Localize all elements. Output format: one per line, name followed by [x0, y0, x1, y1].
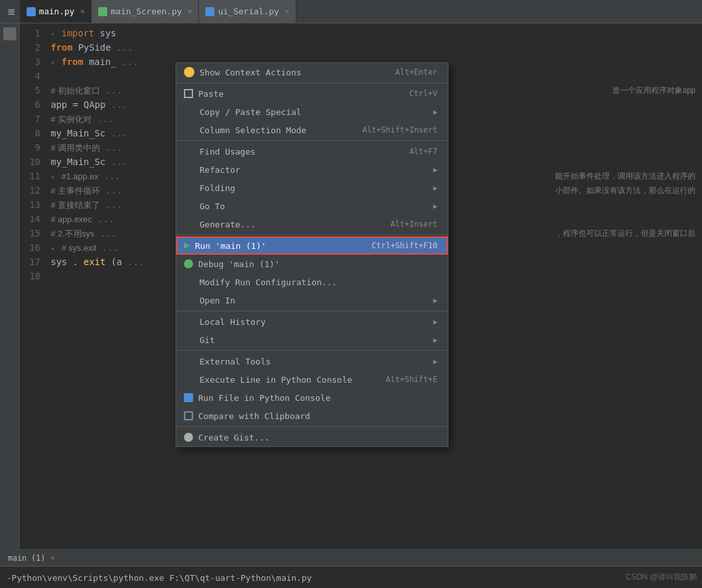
- menu-item-compare-clipboard[interactable]: Compare with Clipboard: [176, 407, 448, 425]
- menu-label-local-history: Local History: [200, 317, 266, 327]
- shortcut-find-usages: Alt+F7: [410, 147, 437, 156]
- menu-label-find-usages: Find Usages: [200, 147, 255, 157]
- menu-label-create-gist: Create Gist...: [198, 433, 270, 442]
- arrow-refactor: ▶: [433, 166, 437, 174]
- tab-bar: ≡ main.py × main_Screen.py × ui_Serial.p…: [0, 0, 702, 23]
- shortcut-column-selection: Alt+Shift+Insert: [362, 125, 437, 134]
- editor-area: 1 2 3 4 5 6 7 8 9 10 11 12 13 14 15 16 1…: [0, 23, 702, 549]
- code-line-2: from PySide ...: [46, 40, 702, 55]
- menu-label-compare-clipboard: Compare with Clipboard: [198, 411, 310, 421]
- menu-item-paste[interactable]: Paste Ctrl+V: [176, 84, 448, 103]
- menu-item-find-usages[interactable]: Find Usages Alt+F7: [176, 142, 448, 160]
- right-comment-11: 能开始事件处理，调用该方法进入程序的: [555, 169, 696, 183]
- arrow-go-to: ▶: [433, 202, 437, 211]
- menu-label-refactor: Refactor: [200, 165, 240, 175]
- menu-label-run-main: Run 'main (1)': [195, 241, 266, 251]
- bottom-content-text: -Python\venv\Scripts\python.exe F:\QT\qt…: [6, 573, 312, 583]
- sep-2: [176, 140, 448, 141]
- tab-icon-main-screen-py: [98, 7, 107, 16]
- sep-1: [176, 83, 448, 83]
- bottom-tab-close[interactable]: ×: [51, 554, 55, 561]
- sidebar-strip: [0, 23, 20, 549]
- debug-icon: [184, 259, 193, 268]
- menu-item-show-context-actions[interactable]: Show Context Actions Alt+Enter: [176, 63, 448, 81]
- arrow-open-in: ▶: [433, 296, 437, 305]
- tab-menu-button[interactable]: ≡: [3, 5, 20, 18]
- menu-item-column-selection[interactable]: Column Selection Mode Alt+Shift+Insert: [176, 121, 448, 139]
- menu-label-debug-main: Debug 'main (1)': [198, 259, 280, 269]
- arrow-copy-paste-special: ▶: [433, 108, 437, 116]
- code-line-1: ▾ import sys: [46, 26, 702, 40]
- menu-item-copy-paste-special[interactable]: Copy / Paste Special ▶: [176, 103, 448, 121]
- menu-label-show-context-actions: Show Context Actions: [200, 68, 302, 77]
- menu-item-open-in[interactable]: Open In ▶: [176, 291, 448, 309]
- tab-label-main-py: main.py: [39, 6, 75, 16]
- menu-item-folding[interactable]: Folding ▶: [176, 179, 448, 197]
- right-comment-12: 小部件。如果没有该方法，那么在运行的: [555, 183, 696, 198]
- shortcut-run-main: Ctrl+Shift+F10: [372, 241, 437, 250]
- shortcut-generate: Alt+Insert: [391, 220, 437, 229]
- tab-icon-main-py: [27, 7, 36, 16]
- fold-arrow-3[interactable]: ▾: [51, 59, 55, 66]
- shortcut-execute-line: Alt+Shift+E: [386, 375, 437, 384]
- fold-arrow-1[interactable]: ▾: [51, 31, 55, 38]
- arrow-local-history: ▶: [433, 318, 437, 326]
- sidebar-icon-1[interactable]: [3, 27, 16, 40]
- menu-item-create-gist[interactable]: Create Gist...: [176, 428, 448, 446]
- menu-item-generate[interactable]: Generate... Alt+Insert: [176, 215, 448, 233]
- shortcut-show-context-actions: Alt+Enter: [395, 68, 437, 77]
- bottom-panel: main (1) × -Python\venv\Scripts\python.e…: [0, 549, 702, 588]
- tab-close-main-screen-py[interactable]: ×: [188, 7, 192, 16]
- run-icon: [184, 242, 190, 249]
- menu-item-go-to[interactable]: Go To ▶: [176, 197, 448, 215]
- menu-item-modify-run-config[interactable]: Modify Run Configuration...: [176, 273, 448, 291]
- menu-item-debug-main[interactable]: Debug 'main (1)': [176, 255, 448, 273]
- bottom-tab-run[interactable]: main (1) ×: [3, 550, 60, 566]
- menu-label-go-to: Go To: [200, 201, 225, 211]
- right-comment-5: 造一个应用程序对象app: [612, 83, 696, 97]
- compare-icon: [184, 411, 193, 420]
- arrow-folding: ▶: [433, 184, 437, 192]
- tab-close-ui-serial-py[interactable]: ×: [285, 7, 289, 16]
- watermark: CSDN @请叫我陈鹏: [625, 572, 697, 583]
- menu-item-external-tools[interactable]: External Tools ▶: [176, 352, 448, 370]
- sep-4: [176, 311, 448, 311]
- arrow-git: ▶: [433, 336, 437, 344]
- arrow-external-tools: ▶: [433, 357, 437, 366]
- right-comment-15: ，程序也可以正常运行，但是关闭窗口后: [555, 226, 696, 240]
- bulb-icon: [184, 67, 194, 77]
- menu-label-generate: Generate...: [200, 220, 255, 229]
- menu-label-execute-line: Execute Line in Python Console: [200, 375, 352, 385]
- tab-main-screen-py[interactable]: main_Screen.py ×: [92, 0, 199, 23]
- sep-5: [176, 350, 448, 351]
- tab-close-main-py[interactable]: ×: [81, 7, 85, 16]
- fold-arrow-11[interactable]: ▾: [51, 173, 55, 181]
- bottom-tab-label: main (1): [8, 554, 46, 563]
- sep-6: [176, 426, 448, 427]
- menu-label-open-in: Open In: [200, 296, 235, 305]
- line-numbers: 1 2 3 4 5 6 7 8 9 10 11 12 13 14 15 16 1…: [20, 23, 46, 549]
- tab-ui-serial-py[interactable]: ui_Serial.py ×: [199, 0, 296, 23]
- menu-item-refactor[interactable]: Refactor ▶: [176, 160, 448, 179]
- shortcut-paste: Ctrl+V: [410, 89, 437, 98]
- menu-label-git: Git: [200, 335, 214, 345]
- menu-item-local-history[interactable]: Local History ▶: [176, 313, 448, 331]
- fold-arrow-16[interactable]: ▾: [51, 245, 55, 252]
- menu-item-run-main[interactable]: Run 'main (1)' Ctrl+Shift+F10: [176, 236, 448, 255]
- paste-icon: [184, 89, 193, 98]
- tab-icon-ui-serial-py: [205, 7, 214, 16]
- menu-item-run-file-python[interactable]: Run File in Python Console: [176, 389, 448, 407]
- menu-label-external-tools: External Tools: [200, 357, 271, 366]
- tab-label-ui-serial-py: ui_Serial.py: [218, 6, 279, 16]
- tab-label-main-screen-py: main_Screen.py: [110, 6, 182, 16]
- bottom-tab-bar: main (1) ×: [0, 550, 702, 567]
- menu-label-copy-paste-special: Copy / Paste Special: [200, 107, 302, 117]
- menu-label-paste: Paste: [198, 89, 224, 99]
- python-icon: [184, 393, 193, 402]
- menu-item-execute-line[interactable]: Execute Line in Python Console Alt+Shift…: [176, 370, 448, 389]
- tab-main-py[interactable]: main.py ×: [20, 0, 92, 23]
- menu-label-run-file-python: Run File in Python Console: [198, 393, 331, 403]
- menu-label-modify-run-config: Modify Run Configuration...: [200, 277, 337, 287]
- menu-label-folding: Folding: [200, 183, 235, 193]
- menu-item-git[interactable]: Git ▶: [176, 331, 448, 349]
